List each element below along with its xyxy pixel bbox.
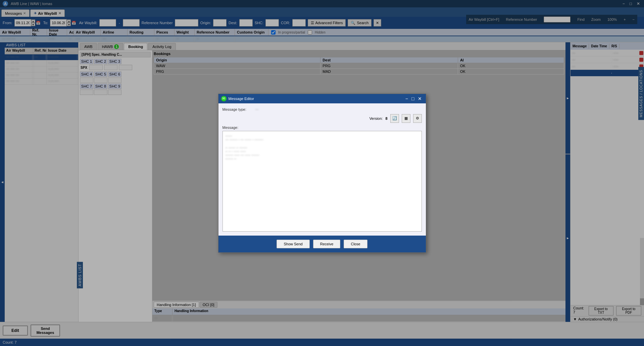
modal-title-left: ✉ Message Editor — [221, 96, 254, 101]
version-label: Version: — [369, 116, 383, 120]
message-type-value: --- — [255, 107, 259, 111]
message-area[interactable]: ------ --- ------- - --- ------ - ------… — [222, 131, 422, 232]
message-type-row: Message type: --- — [222, 107, 422, 111]
gear-icon: ⚙ — [416, 116, 419, 120]
modal-title-icon: ✉ — [221, 96, 227, 101]
settings-icon-button[interactable]: ⚙ — [413, 114, 422, 123]
message-line-5: ------- ----- --- ----- ------- — [226, 153, 419, 157]
message-line-4: -- -- - ----- ----- — [226, 149, 419, 153]
modal-body: Message type: --- Version: 8 🔄 ▦ ⚙ Messa… — [218, 103, 426, 236]
modal-window-controls: − □ ✕ — [404, 96, 423, 101]
modal-title-bar: ✉ Message Editor − □ ✕ — [218, 94, 426, 103]
message-line-6: ------- -- — [226, 157, 419, 160]
modal-maximize-button[interactable]: □ — [410, 96, 415, 101]
show-send-button[interactable]: Show Send — [277, 240, 309, 248]
modal-close-button[interactable]: ✕ — [416, 96, 423, 101]
version-value: 8 — [385, 116, 387, 120]
grid-icon: ▦ — [404, 116, 408, 120]
refresh-icon: 🔄 — [392, 116, 397, 120]
version-row: Version: 8 🔄 ▦ ⚙ — [222, 114, 422, 123]
grid-icon-button[interactable]: ▦ — [402, 114, 410, 123]
message-type-label: Message type: — [222, 107, 253, 111]
modal-title-text: Message Editor — [229, 97, 254, 101]
modal-minimize-button[interactable]: − — [404, 96, 409, 101]
message-editor-modal: ✉ Message Editor − □ ✕ Message type: ---… — [218, 94, 426, 253]
message-label: Message: — [222, 126, 253, 130]
message-label-row: Message: — [222, 126, 422, 130]
message-line-3: -- ------ -- ------- — [226, 146, 419, 149]
message-line-2: --- ------- - --- ------ - -------- — [226, 138, 419, 141]
modal-overlay: ✉ Message Editor − □ ✕ Message type: ---… — [0, 0, 644, 346]
modal-footer: Show Send Receive Close — [218, 236, 426, 252]
receive-button[interactable]: Receive — [313, 240, 341, 248]
refresh-icon-button[interactable]: 🔄 — [390, 114, 399, 123]
modal-close-btn[interactable]: Close — [344, 240, 367, 248]
message-line-1: ------ — [226, 134, 419, 138]
